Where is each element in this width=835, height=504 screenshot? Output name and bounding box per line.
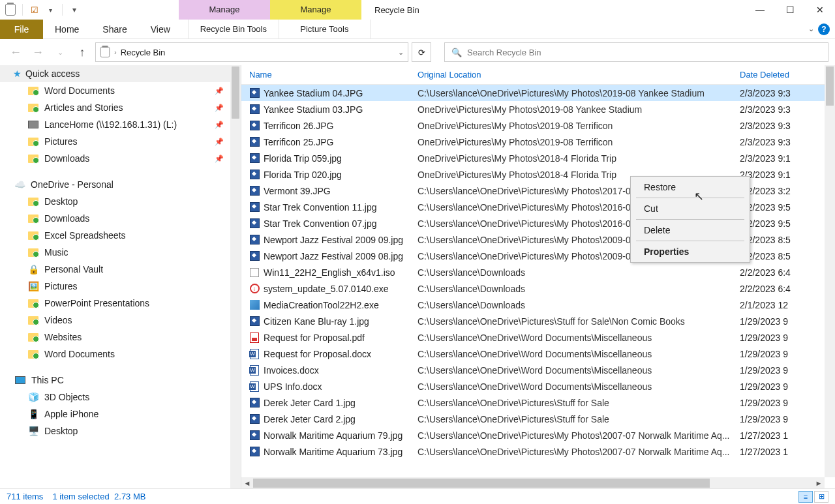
file-row[interactable]: Terrificon 26.JPGOneDrive\Pictures\My Ph… [241,117,835,134]
sidebar-item[interactable]: LanceHome (\\192.168.1.31) (L:)📌 [0,116,241,133]
file-name: Vermont 39.JPG [264,186,331,196]
tab-home[interactable]: Home [43,20,91,39]
sidebar-item[interactable]: 🖼️Pictures [0,278,241,295]
qat-overflow-icon[interactable]: ▾ [68,3,81,16]
minimize-button[interactable]: — [745,0,775,20]
sidebar-item[interactable]: Desktop [0,193,241,210]
sidebar-scrollbar[interactable] [230,65,241,489]
file-location: C:\Users\lance\OneDrive\Word Documents\M… [418,365,740,376]
tab-share[interactable]: Share [91,20,138,39]
desk-icon: 🖥️ [27,425,39,437]
pic-file-icon [249,316,260,327]
pin-icon: 📌 [215,138,224,146]
tab-file[interactable]: File [0,20,43,39]
sidebar-this-pc[interactable]: This PC [0,372,241,389]
sidebar-onedrive[interactable]: ☁️ OneDrive - Personal [0,176,241,193]
file-row[interactable]: Request for Proposal.docxC:\Users\lance\… [241,346,835,362]
sidebar-item[interactable]: Word Documents📌 [0,82,241,99]
file-row[interactable]: UPS Info.docxC:\Users\lance\OneDrive\Wor… [241,378,835,394]
file-row[interactable]: Invoices.docxC:\Users\lance\OneDrive\Wor… [241,362,835,378]
file-row[interactable]: Win11_22H2_English_x64v1.isoC:\Users\lan… [241,264,835,280]
vertical-scrollbar[interactable] [825,65,835,477]
file-date: 1/27/2023 1 [740,430,835,441]
address-dropdown-icon[interactable]: ⌄ [398,48,404,57]
file-row[interactable]: Derek Jeter Card 2.jpgC:\Users\lance\One… [241,411,835,427]
file-name: Newport Jazz Festival 2009 08.jpg [264,251,403,261]
refresh-button[interactable]: ⟳ [412,42,431,62]
sidebar-item[interactable]: 🧊3D Objects [0,389,241,406]
sidebar-item-label: Downloads [44,213,89,224]
sidebar-item[interactable]: Downloads📌 [0,150,241,167]
context-delete[interactable]: Delete [631,221,750,239]
file-row[interactable]: Yankee Stadium 04.JPGC:\Users\lance\OneD… [241,85,835,101]
close-button[interactable]: ✕ [805,0,835,20]
file-name: Terrificon 25.JPG [264,137,333,147]
folder-icon [27,314,39,326]
sidebar-item[interactable]: PowerPoint Presentations [0,295,241,312]
details-view-button[interactable]: ≡ [798,491,813,503]
context-restore[interactable]: Restore [631,178,750,196]
column-original-location[interactable]: Original Location [418,70,740,80]
file-name: Star Trek Convention 07.jpg [264,218,377,229]
tab-picture-tools[interactable]: Picture Tools [279,20,371,39]
tab-view[interactable]: View [139,20,182,39]
sidebar-item[interactable]: 🖥️Desktop [0,422,241,439]
pic-file-icon [249,186,260,196]
thumbnails-view-button[interactable]: ⊞ [814,491,828,503]
context-properties[interactable]: Properties [631,243,750,261]
sidebar-item-label: 3D Objects [44,392,89,402]
file-row[interactable]: Derek Jeter Card 1.jpgC:\Users\lance\One… [241,394,835,411]
search-placeholder: Search Recycle Bin [467,48,541,57]
file-row[interactable]: Yankee Stadium 03.JPGOneDrive\Pictures\M… [241,101,835,117]
file-location: OneDrive\Pictures\My Photos\2019-08 Yank… [418,104,740,115]
context-cut[interactable]: Cut [631,200,750,218]
column-date-deleted[interactable]: Date Deleted [740,70,835,80]
sidebar-item[interactable]: 🔒Personal Vault [0,261,241,278]
file-date: 2/3/2023 9:1 [740,170,835,180]
up-button[interactable]: ↑ [73,42,91,62]
address-bar[interactable]: › Recycle Bin ⌄ [95,42,408,62]
file-name: Derek Jeter Card 2.jpg [264,414,356,424]
horizontal-scrollbar[interactable]: ◄ ► [241,477,825,489]
qat-dropdown-icon[interactable]: ▾ [44,3,57,16]
file-row[interactable]: system_update_5.07.0140.exeC:\Users\lanc… [241,280,835,297]
ribbon-expand-icon[interactable]: ⌄ [808,25,814,33]
sidebar-item[interactable]: Articles and Stories📌 [0,99,241,116]
file-row[interactable]: MediaCreationTool22H2.exeC:\Users\lance\… [241,297,835,313]
sidebar-item[interactable]: Downloads [0,210,241,227]
sidebar-item[interactable]: Videos [0,312,241,329]
sidebar-item[interactable]: 📱Apple iPhone [0,406,241,422]
file-location: C:\Users\lance\OneDrive\Word Documents\M… [418,333,740,343]
file-row[interactable]: Norwalk Maritime Aquarium 79.jpgC:\Users… [241,427,835,443]
sidebar-quick-access[interactable]: ★ Quick access [0,65,241,82]
sidebar-item[interactable]: Word Documents [0,346,241,363]
breadcrumb-root[interactable]: Recycle Bin [121,48,166,57]
history-dropdown[interactable]: ⌄ [51,42,69,62]
sidebar-item[interactable]: Websites [0,329,241,346]
file-row[interactable]: Citizen Kane Blu-ray 1.jpgC:\Users\lance… [241,313,835,329]
file-list-pane: Name Original Location Date Deleted Yank… [241,65,835,489]
context-tab-manage-1[interactable]: Manage [179,0,270,20]
file-row[interactable]: Norwalk Maritime Aquarium 73.jpgC:\Users… [241,443,835,460]
scroll-right-icon[interactable]: ► [813,479,825,487]
scroll-left-icon[interactable]: ◄ [241,479,253,487]
back-button[interactable]: ← [7,42,25,62]
ribbon-tabs: File Home Share View Recycle Bin Tools P… [0,20,835,39]
sidebar-item[interactable]: Pictures📌 [0,133,241,150]
file-name: Yankee Stadium 03.JPG [264,104,363,115]
sidebar-item[interactable]: Music [0,244,241,261]
context-tab-manage-2[interactable]: Manage [270,0,361,20]
column-name[interactable]: Name [249,70,418,80]
exe2-file-icon [249,300,260,310]
file-row[interactable]: Florida Trip 059.jpgOneDrive\Pictures\My… [241,150,835,166]
tab-recycle-bin-tools[interactable]: Recycle Bin Tools [188,20,279,39]
forward-button[interactable]: → [29,42,47,62]
search-input[interactable]: 🔍 Search Recycle Bin [444,42,828,62]
properties-qat-icon[interactable]: ☑ [28,3,41,16]
chevron-right-icon[interactable]: › [114,48,117,56]
file-row[interactable]: Request for Proposal.pdfC:\Users\lance\O… [241,329,835,346]
help-icon[interactable]: ? [818,23,830,35]
maximize-button[interactable]: ☐ [775,0,805,20]
file-row[interactable]: Terrificon 25.JPGOneDrive\Pictures\My Ph… [241,134,835,150]
sidebar-item[interactable]: Excel Spreadsheets [0,227,241,244]
